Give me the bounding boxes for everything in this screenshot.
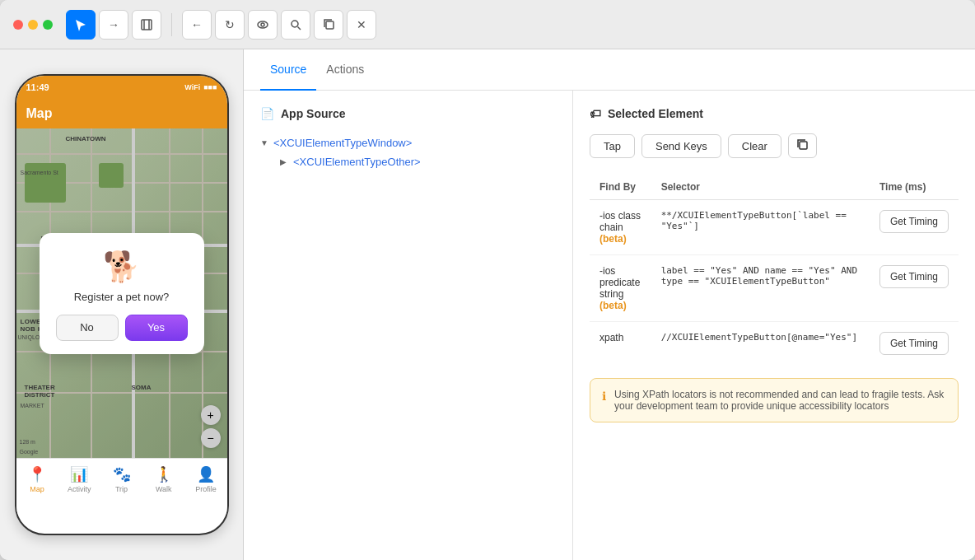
find-by-ios-class: -ios class chain (beta) [590, 200, 651, 255]
main-window: → ← ↻ [0, 0, 975, 560]
svg-rect-8 [800, 142, 807, 149]
get-timing-button-3[interactable]: Get Timing [879, 332, 949, 355]
maximize-window-button[interactable] [43, 20, 53, 30]
source-tree: ▼ <XCUIElementTypeWindow> ▶ <XCUIElement… [260, 133, 556, 171]
forward-tool-button[interactable]: → [99, 10, 128, 40]
timing-ios-class: Get Timing [870, 200, 959, 255]
find-by-table: Find By Selector Time (ms) -ios class ch… [590, 175, 959, 365]
panel-body: 📄 App Source ▼ <XCUIElementTypeWindow> ▶… [244, 91, 975, 560]
table-row: xpath //XCUIElementTypeButton[@name="Yes… [590, 322, 959, 366]
beta-badge-1: (beta) [599, 233, 627, 245]
register-pet-dialog: 🐕 Register a pet now? No Yes [40, 233, 204, 354]
selector-ios-class: **/XCUIElementTypeButton[`label == "Yes"… [651, 200, 870, 255]
get-timing-button-2[interactable]: Get Timing [879, 265, 949, 288]
traffic-lights [13, 20, 53, 30]
tree-item-other[interactable]: ▶ <XCUIElementTypeOther> [280, 152, 556, 171]
phone-nav-trip[interactable]: 🐾 Trip [100, 465, 142, 493]
element-panel-title: 🏷 Selected Element [590, 107, 959, 120]
trip-nav-label: Trip [115, 485, 128, 493]
walk-nav-label: Walk [156, 485, 172, 493]
svg-point-4 [261, 23, 264, 26]
phone-panel: 11:49 WiFi ■■■ Map [0, 49, 244, 560]
map-nav-icon: 📍 [28, 465, 46, 483]
refresh-button[interactable]: ↻ [215, 10, 245, 40]
dialog-icon: 🐕 [56, 250, 188, 284]
find-by-xpath: xpath [590, 322, 651, 366]
titlebar: → ← ↻ [0, 0, 975, 49]
close-session-button[interactable]: ✕ [347, 10, 376, 40]
clear-button[interactable]: Clear [728, 134, 781, 158]
beta-badge-2: (beta) [599, 300, 627, 311]
find-by-ios-predicate: -ios predicate string (beta) [590, 255, 651, 322]
right-panel: Source Actions 📄 App Source ▼ <XCUIEleme… [244, 49, 975, 560]
svg-line-6 [298, 26, 301, 30]
phone-nav-bar: Map [16, 99, 227, 128]
get-timing-button-1[interactable]: Get Timing [879, 210, 949, 233]
timing-ios-predicate: Get Timing [870, 255, 959, 322]
send-keys-button[interactable]: Send Keys [641, 134, 721, 158]
toolbar-separator [171, 13, 172, 36]
main-content: 11:49 WiFi ■■■ Map [0, 49, 975, 560]
phone-nav-title: Map [26, 106, 53, 121]
eye-button[interactable] [248, 10, 278, 40]
profile-nav-label: Profile [195, 485, 217, 493]
tabs-bar: Source Actions [244, 49, 975, 91]
col-time: Time (ms) [870, 175, 959, 200]
phone-nav-profile[interactable]: 👤 Profile [184, 465, 226, 493]
profile-nav-icon: 👤 [197, 465, 215, 483]
element-panel-icon: 🏷 [590, 107, 601, 120]
phone-bottom-nav: 📍 Map 📊 Activity 🐾 Trip 🚶 Walk [16, 458, 227, 516]
action-buttons: Tap Send Keys Clear [590, 133, 959, 158]
phone-nav-map[interactable]: 📍 Map [16, 465, 58, 493]
phone-nav-walk[interactable]: 🚶 Walk [142, 465, 184, 493]
pointer-tool-button[interactable] [66, 10, 96, 40]
dialog-buttons: No Yes [56, 315, 188, 341]
tree-arrow-window: ▼ [260, 138, 270, 147]
dialog-no-button[interactable]: No [56, 315, 119, 341]
selector-xpath: //XCUIElementTypeButton[@name="Yes"] [651, 322, 870, 366]
tab-source[interactable]: Source [260, 49, 316, 91]
tap-button[interactable]: Tap [590, 134, 635, 158]
close-window-button[interactable] [13, 20, 23, 30]
warning-text: Using XPath locators is not recommended … [614, 389, 946, 412]
svg-point-3 [258, 21, 268, 28]
wifi-icon: WiFi [184, 83, 200, 91]
col-find-by: Find By [590, 175, 651, 200]
resize-tool-button[interactable] [132, 10, 161, 40]
left-toolbar-group: → [66, 10, 161, 40]
col-selector: Selector [651, 175, 870, 200]
svg-point-5 [292, 21, 298, 27]
dialog-title: Register a pet now? [56, 291, 188, 303]
dialog-yes-button[interactable]: Yes [125, 315, 188, 341]
tree-element-other: <XCUIElementTypeOther> [293, 156, 421, 168]
copy-button[interactable] [314, 10, 343, 40]
trip-nav-icon: 🐾 [113, 465, 131, 483]
phone-status-bar: 11:49 WiFi ■■■ [16, 76, 227, 99]
nav-toolbar-group: ← ↻ ✕ [182, 10, 376, 40]
phone-nav-activity[interactable]: 📊 Activity [58, 465, 100, 493]
warning-icon: ℹ [602, 390, 606, 403]
element-panel: 🏷 Selected Element Tap Send Keys Clear [573, 91, 975, 560]
walk-nav-icon: 🚶 [155, 465, 173, 483]
table-row: -ios class chain (beta) **/XCUIElementTy… [590, 200, 959, 255]
minimize-window-button[interactable] [28, 20, 38, 30]
tree-item-window[interactable]: ▼ <XCUIElementTypeWindow> [260, 133, 556, 152]
phone-device: 11:49 WiFi ■■■ Map [15, 74, 229, 535]
timing-xpath: Get Timing [870, 322, 959, 366]
tree-arrow-other: ▶ [280, 157, 290, 166]
activity-nav-icon: 📊 [70, 465, 88, 483]
phone-map: CHINATOWN Sacramento St Dragon's Gate LO… [16, 128, 227, 458]
source-panel-icon: 📄 [260, 107, 274, 120]
tab-actions[interactable]: Actions [316, 49, 374, 91]
selector-ios-predicate: label == "Yes" AND name == "Yes" AND typ… [651, 255, 870, 322]
activity-nav-label: Activity [68, 485, 91, 493]
back-button[interactable]: ← [182, 10, 212, 40]
dialog-overlay: 🐕 Register a pet now? No Yes [16, 128, 227, 458]
search-button[interactable] [281, 10, 310, 40]
svg-rect-7 [326, 21, 334, 29]
battery-icon: ■■■ [203, 83, 217, 91]
xpath-warning-box: ℹ Using XPath locators is not recommende… [590, 378, 959, 422]
map-nav-label: Map [30, 485, 44, 493]
source-panel-title: 📄 App Source [260, 107, 556, 120]
copy-element-button[interactable] [788, 133, 817, 158]
